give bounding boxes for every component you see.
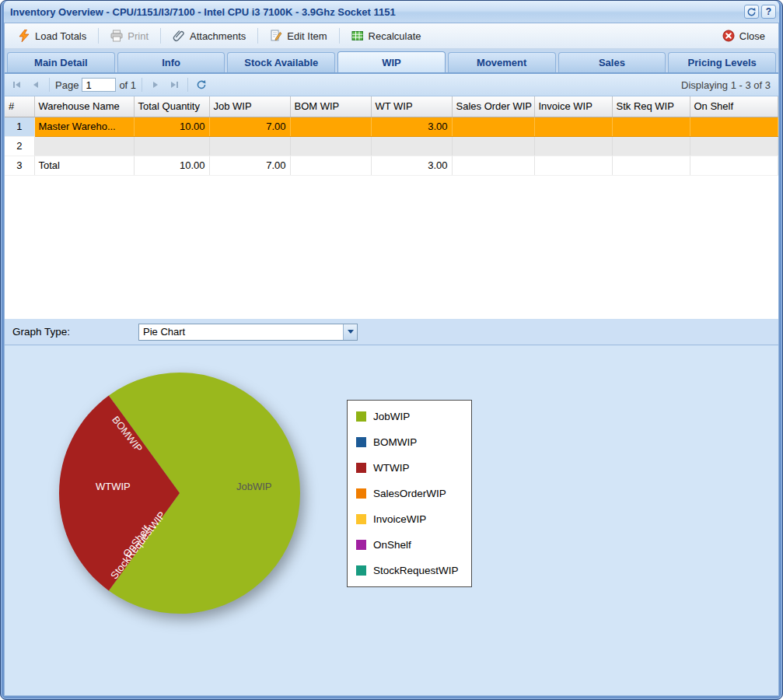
next-page-icon: [149, 79, 162, 91]
grid-cell: [290, 136, 371, 156]
tab-movement[interactable]: Movement: [448, 52, 556, 72]
legend-label: OnShelf: [373, 539, 411, 551]
page-input[interactable]: [82, 78, 116, 92]
chart-area: BOMWIP WTWIP JobWIP OnShelf StockRequest…: [5, 345, 778, 695]
next-page-button[interactable]: [148, 77, 163, 93]
close-label: Close: [739, 30, 765, 42]
load-totals-label: Load Totals: [35, 30, 86, 42]
column-header[interactable]: Stk Req WIP: [612, 96, 690, 117]
recalculate-label: Recalculate: [369, 30, 421, 42]
print-button[interactable]: Print: [103, 26, 156, 46]
close-button[interactable]: Close: [715, 26, 772, 46]
column-header[interactable]: WT WIP: [371, 96, 452, 117]
legend-swatch: [356, 488, 366, 499]
toolbar-separator: [257, 28, 258, 44]
grid-cell: [534, 136, 612, 156]
tab-label: WIP: [382, 57, 401, 68]
grid-cell: [34, 136, 134, 156]
first-page-button[interactable]: [9, 77, 25, 93]
printer-icon: [110, 30, 123, 42]
refresh-grid-button[interactable]: [194, 77, 209, 93]
tab-wip[interactable]: WIP: [337, 51, 446, 72]
grid-cell: [452, 156, 534, 175]
paging-separator: [49, 78, 50, 92]
grid-cell: [534, 117, 612, 136]
grid-calc-icon: [351, 30, 364, 42]
recalculate-button[interactable]: Recalculate: [344, 26, 428, 46]
grid-cell: [690, 156, 778, 175]
window-help-button[interactable]: ?: [761, 5, 776, 19]
tab-label: Sales: [599, 57, 625, 68]
legend-swatch: [356, 514, 366, 524]
column-header[interactable]: Total Quantity: [134, 96, 209, 117]
row-number: 1: [5, 117, 34, 136]
last-page-button[interactable]: [166, 77, 182, 93]
tab-sales[interactable]: Sales: [558, 52, 666, 72]
prev-page-button[interactable]: [28, 77, 44, 93]
edit-item-button[interactable]: Edit Item: [263, 26, 334, 46]
paging-toolbar: Page of 1 Displaying 1 - 3 of 3: [5, 74, 778, 96]
refresh-icon: [746, 7, 757, 17]
tab-stock-available[interactable]: Stock Available: [227, 52, 335, 72]
grid-cell: [690, 136, 778, 156]
page-label: Page: [55, 79, 79, 91]
edit-item-label: Edit Item: [287, 30, 327, 42]
legend-swatch: [356, 540, 366, 550]
table-row[interactable]: 2: [5, 136, 778, 156]
tab-main-detail[interactable]: Main Detail: [7, 52, 115, 72]
paging-separator: [142, 78, 142, 92]
legend-swatch: [356, 565, 366, 576]
column-header[interactable]: Warehouse Name: [34, 96, 134, 117]
attachments-button[interactable]: Attachments: [166, 26, 253, 46]
column-header[interactable]: BOM WIP: [290, 96, 371, 117]
tab-label: Movement: [477, 57, 526, 68]
table-row[interactable]: 1 Master Wareho... 10.00 7.00 3.00: [5, 117, 778, 136]
tab-pricing-levels[interactable]: Pricing Levels: [668, 52, 776, 72]
tab-label: Info: [162, 57, 180, 68]
graph-type-value: Pie Chart: [139, 326, 343, 338]
pie-chart-svg[interactable]: [55, 369, 304, 618]
legend-label: SalesOrderWIP: [373, 488, 446, 499]
attachments-label: Attachments: [190, 30, 246, 42]
row-number: 3: [5, 156, 34, 175]
tab-strip: Main Detail Info Stock Available WIP Mov…: [5, 49, 778, 72]
chart-legend: JobWIP BOMWIP WTWIP SalesOrderWIP Invoic…: [347, 400, 472, 587]
legend-swatch: [356, 411, 366, 422]
grid-empty-area: [5, 176, 778, 320]
last-page-icon: [168, 79, 180, 91]
wip-table: # Warehouse Name Total Quantity Job WIP …: [5, 96, 778, 176]
displaying-status: Displaying 1 - 3 of 3: [681, 79, 774, 91]
table-row[interactable]: 3 Total 10.00 7.00 3.00: [5, 156, 778, 175]
tab-label: Stock Available: [244, 57, 318, 68]
load-totals-button[interactable]: Load Totals: [11, 26, 93, 46]
window-refresh-button[interactable]: [744, 5, 759, 19]
grid-cell: Total: [34, 156, 134, 175]
legend-item: InvoiceWIP: [356, 513, 459, 525]
legend-item: StockRequestWIP: [356, 565, 459, 576]
legend-swatch: [356, 437, 366, 447]
graph-type-select[interactable]: Pie Chart: [138, 324, 358, 341]
close-icon: [722, 30, 735, 42]
tab-info[interactable]: Info: [117, 52, 225, 72]
graph-type-bar: Graph Type: Pie Chart: [5, 319, 778, 345]
paging-separator: [187, 78, 188, 92]
grid-cell: [452, 136, 534, 156]
legend-item: JobWIP: [356, 411, 459, 422]
legend-swatch: [356, 463, 366, 473]
column-header[interactable]: Invoice WIP: [534, 96, 612, 117]
column-header[interactable]: Sales Order WIP: [452, 96, 534, 117]
chevron-down-icon[interactable]: [343, 324, 357, 340]
tab-label: Pricing Levels: [688, 57, 757, 68]
legend-label: JobWIP: [373, 411, 410, 422]
grid-cell: [452, 117, 534, 136]
window-titlebar[interactable]: Inventory Overview - CPU/1151/I3/7100 - …: [4, 1, 779, 23]
grid-cell: 10.00: [134, 156, 209, 175]
wip-grid-panel: Page of 1 Displaying 1 - 3 of 3: [5, 72, 778, 319]
column-header[interactable]: Job WIP: [209, 96, 290, 117]
grid-cell: [690, 117, 778, 136]
grid-cell: [534, 156, 612, 175]
column-header[interactable]: #: [5, 96, 34, 117]
grid-cell: 10.00: [134, 117, 209, 136]
print-label: Print: [128, 30, 149, 42]
column-header[interactable]: On Shelf: [690, 96, 778, 117]
